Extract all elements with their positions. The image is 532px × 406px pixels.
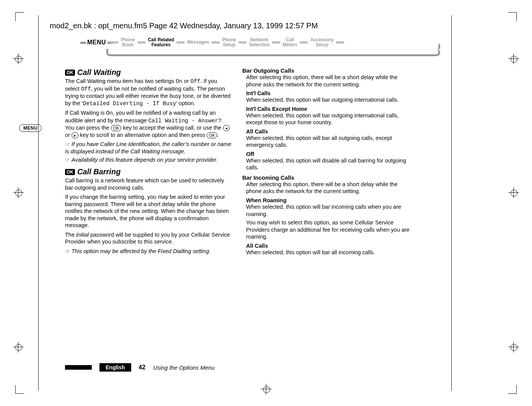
paragraph: After selecting this option, there will …	[246, 74, 410, 88]
text: or	[182, 78, 190, 84]
ok-key-icon: OK	[207, 132, 217, 138]
breadcrumb-item-l2: Meters	[283, 42, 298, 47]
trim-line	[451, 15, 452, 391]
subsubheading-off: Off	[246, 151, 410, 157]
breadcrumb-sep	[137, 41, 146, 44]
text: key to accept the waiting call, or use t…	[121, 125, 223, 131]
breadcrumb-items: Phone Book Call Related Features Message…	[110, 37, 344, 47]
ui-string: Call Waiting - Answer?	[148, 118, 221, 124]
paragraph: Call barring is a network feature which …	[65, 177, 233, 191]
breadcrumb-item: Phone Book	[121, 37, 135, 47]
paragraph: When selected, this option will bar all …	[246, 249, 410, 256]
breadcrumb-item: Phone Setup	[222, 37, 236, 47]
breadcrumb-item-l1: Phone	[222, 37, 236, 42]
footer-language: English	[99, 363, 131, 372]
text: The	[65, 232, 76, 238]
breadcrumb-sep	[110, 41, 119, 44]
subsubheading-intl-except-home: Int'l Calls Except Home	[246, 106, 410, 112]
crop-mark	[15, 385, 24, 394]
registration-mark	[13, 342, 24, 352]
breadcrumb-item: Accessory Setup	[310, 37, 334, 47]
page-footer: English 42 Using the Options Menu	[65, 363, 215, 372]
breadcrumb-item: Network Selection	[249, 37, 269, 47]
subsubheading-all-calls-out: All Calls	[246, 128, 410, 135]
paragraph: After selecting this option, there will …	[246, 181, 410, 195]
footer-chapter: Using the Options Menu	[153, 364, 215, 371]
text: key to scroll to an alternative option a…	[78, 132, 207, 138]
registration-mark	[261, 384, 272, 395]
text-emphasis: initial	[76, 232, 89, 238]
breadcrumb-sep	[176, 41, 185, 44]
crop-mark	[508, 385, 517, 394]
note: This option may be affected by the Fixed…	[65, 248, 233, 255]
breadcrumb: MENU Phone Book Call Related Features Me…	[80, 38, 440, 58]
paragraph: When selected, this option will bar inco…	[246, 203, 410, 218]
subsubheading-all-calls-in: All Calls	[246, 243, 410, 249]
crop-mark	[508, 12, 517, 21]
right-key-icon: ▸	[72, 132, 78, 138]
trim-line	[38, 15, 39, 391]
breadcrumb-menu: MENU	[80, 39, 113, 46]
breadcrumb-item-l1: Messages	[187, 39, 209, 45]
subheading-bar-incoming: Bar Incoming Calls	[242, 174, 410, 181]
note: If you have Caller Line Identification, …	[65, 141, 233, 155]
breadcrumb-item-l2: Setup	[222, 42, 236, 47]
ui-string: Off	[190, 78, 200, 84]
note: Availability of this feature depends on …	[65, 156, 233, 164]
breadcrumb-sep	[336, 41, 344, 44]
paragraph: When selected, this option will bar all …	[246, 135, 410, 149]
breadcrumb-item: Messages	[187, 40, 209, 45]
section-call-waiting: OK Call Waiting	[65, 68, 233, 77]
paragraph: When selected, this option will bar outg…	[246, 112, 410, 126]
paragraph: When selected, this option will bar outg…	[246, 96, 410, 104]
breadcrumb-ribbon	[106, 49, 440, 56]
breadcrumb-item: Call Meters	[283, 37, 298, 47]
breadcrumb-item-l2: Setup	[310, 42, 334, 47]
text: ’ option.	[176, 100, 195, 106]
paragraph: You may wish to select this option, as s…	[246, 219, 410, 240]
registration-mark	[508, 187, 519, 198]
paragraph: If Call Waiting is On, you will be notif…	[65, 109, 233, 138]
breadcrumb-item-l2: Features	[148, 42, 174, 47]
ok-key-icon: OK	[111, 125, 122, 131]
menu-badge: MENU	[19, 124, 42, 132]
text: The Call Waiting menu item has two setti…	[65, 78, 176, 84]
section-title: Call Waiting	[77, 68, 121, 77]
breadcrumb-item-l1: Accessory	[310, 37, 334, 42]
breadcrumb-sep	[272, 41, 280, 44]
ui-string: On	[106, 110, 112, 116]
left-key-icon: ◂	[223, 125, 230, 131]
registration-mark	[508, 342, 519, 352]
breadcrumb-item-l2: Book	[121, 42, 135, 47]
registration-mark	[13, 187, 24, 198]
ui-string: On	[176, 78, 182, 84]
section-title: Call Barring	[77, 167, 120, 176]
section-call-barring: OK Call Barring	[65, 167, 233, 176]
paragraph: When selected, this option will disable …	[246, 157, 410, 171]
breadcrumb-item-l1: Network	[250, 37, 268, 42]
text: If Call Waiting is	[65, 110, 106, 116]
breadcrumb-item-active: Call Related Features	[148, 37, 174, 47]
breadcrumb-item-l1: Call Related	[148, 37, 174, 42]
ok-badge-icon: OK	[65, 70, 75, 76]
left-column: OK Call Waiting The Call Waiting menu it…	[65, 64, 233, 257]
crop-mark	[15, 12, 24, 21]
paragraph: The initial password will be supplied to…	[65, 231, 233, 245]
ui-string: Off	[81, 86, 91, 92]
right-column: Bar Outgoing Calls After selecting this …	[242, 64, 410, 257]
breadcrumb-item-l2: Selection	[249, 42, 269, 47]
footer-page-number: 42	[139, 364, 146, 371]
registration-mark	[508, 54, 519, 64]
footer-bar-icon	[65, 365, 92, 370]
paragraph: If you change the barring setting, you m…	[65, 193, 233, 229]
breadcrumb-sep	[299, 41, 308, 44]
registration-mark	[13, 54, 24, 64]
breadcrumb-sep	[238, 41, 247, 44]
text: .	[217, 132, 219, 138]
breadcrumb-item-l1: Call	[286, 37, 294, 42]
subsubheading-intl: Int'l Calls	[246, 90, 410, 96]
subsubheading-when-roaming: When Roaming	[246, 197, 410, 203]
breadcrumb-item-l1: Phone	[121, 37, 135, 42]
ui-string: Detailed Diverting - If Busy	[83, 101, 176, 107]
breadcrumb-sep	[211, 41, 220, 44]
